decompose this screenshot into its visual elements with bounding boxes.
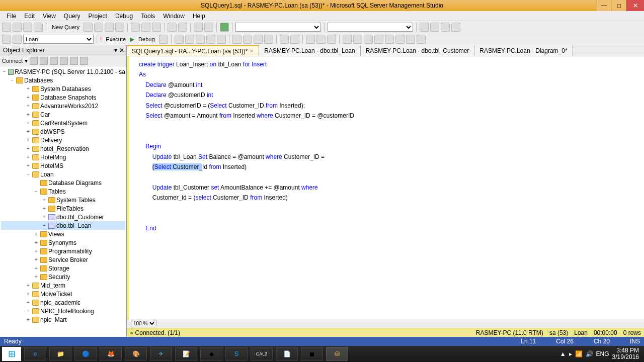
tb-sql-15[interactable] <box>406 35 415 44</box>
config-select[interactable] <box>328 23 413 32</box>
oe-btn-2[interactable] <box>40 57 48 65</box>
parse-icon[interactable] <box>175 35 184 44</box>
tree-server[interactable]: − RASMEY-PC (SQL Server 11.0.2100 - sa <box>1 67 125 76</box>
system-tray[interactable]: ▲ ▸ 📶 🔊 ENG 3:48 PM 3/19/2016 <box>560 347 642 360</box>
tb-sql-16[interactable] <box>417 35 426 44</box>
editor-tab[interactable]: RASMEY-PC.Loan - dbo.tbl_Loan <box>259 45 360 56</box>
tree-item[interactable]: +Security <box>1 273 125 281</box>
cut-icon[interactable] <box>131 23 140 32</box>
menu-window[interactable]: Window <box>159 12 189 21</box>
tree-item[interactable]: +CarRentalSystem <box>1 119 125 127</box>
tree-item[interactable]: +dbWSPS <box>1 127 125 136</box>
tree-item[interactable]: +Delivery <box>1 136 125 144</box>
taskbar-notepad-icon[interactable]: 📝 <box>175 347 197 361</box>
tree-item[interactable]: Database Diagrams <box>1 178 125 187</box>
tree-item[interactable]: +dbo.tbl_Loan <box>1 221 125 230</box>
add-icon[interactable] <box>23 23 32 32</box>
indent-icon[interactable] <box>306 35 315 44</box>
oe-btn-1[interactable] <box>30 57 38 65</box>
taskbar-ie-icon[interactable]: e <box>24 347 46 361</box>
tb-btn-nav2[interactable] <box>204 23 213 32</box>
tb-sql-14[interactable] <box>395 35 405 44</box>
tree-item[interactable]: +FileTables <box>1 204 125 213</box>
tree-item[interactable]: +Service Broker <box>1 255 125 264</box>
connect-label[interactable]: Connect <box>2 58 23 64</box>
debug-button[interactable]: Debug <box>136 36 157 42</box>
tb-btn-x3[interactable] <box>441 23 450 32</box>
tree-item[interactable]: −Loan <box>1 170 125 178</box>
taskbar-app-icon[interactable]: 🎨 <box>125 347 147 361</box>
menu-edit[interactable]: Edit <box>20 12 39 21</box>
open-icon[interactable] <box>13 23 22 32</box>
undo-icon[interactable] <box>168 23 177 32</box>
tb-sql-8[interactable] <box>327 35 336 44</box>
tb-btn-4[interactable] <box>115 23 124 32</box>
close-button[interactable]: ✕ <box>626 0 644 11</box>
menu-query[interactable]: Query <box>60 12 85 21</box>
pin-icon[interactable]: ▾ <box>114 47 117 54</box>
tray-clock[interactable]: 3:48 PM 3/19/2016 <box>612 347 642 360</box>
taskbar-firefox-icon[interactable]: 🦊 <box>100 347 122 361</box>
tree-item[interactable]: +dbo.tbl_Customer <box>1 213 125 221</box>
menu-help[interactable]: Help <box>189 12 209 21</box>
tb-btn-nav1[interactable] <box>194 23 203 32</box>
object-tree[interactable]: − RASMEY-PC (SQL Server 11.0.2100 - sa −… <box>0 66 126 337</box>
execute-button[interactable]: Execute <box>103 36 128 42</box>
start-button[interactable]: ⊞ <box>2 347 21 361</box>
tree-item[interactable]: +Synonyms <box>1 238 125 247</box>
new-query-button[interactable]: New Query <box>49 24 82 30</box>
save-icon[interactable] <box>34 23 43 32</box>
tree-databases[interactable]: − Databases <box>1 76 125 84</box>
zoom-select[interactable]: 100 % <box>131 320 156 327</box>
tray-lang[interactable]: ENG <box>596 350 609 357</box>
tb-sql-1[interactable] <box>196 35 205 44</box>
oe-btn-5[interactable] <box>70 57 78 65</box>
oe-btn-6[interactable] <box>80 57 88 65</box>
plan-icon[interactable] <box>185 35 194 44</box>
connect-icon[interactable] <box>2 35 11 44</box>
comment-icon[interactable] <box>280 35 289 44</box>
menu-project[interactable]: Project <box>85 12 111 21</box>
tree-item[interactable]: +hotel_Reservation <box>1 144 125 153</box>
tree-item[interactable]: +NPIC_HotelBooking <box>1 307 125 315</box>
taskbar-explorer-icon[interactable]: 📁 <box>49 347 71 361</box>
tree-item[interactable]: +System Databases <box>1 84 125 93</box>
tb-sql-3[interactable] <box>217 35 226 44</box>
tb-sql-7[interactable] <box>264 35 273 44</box>
tb-btn-1[interactable] <box>84 23 93 32</box>
minimize-button[interactable]: — <box>596 0 611 11</box>
tree-item[interactable]: +AdvantureWorks2012 <box>1 102 125 110</box>
tree-item[interactable]: +npic_Mart <box>1 315 125 324</box>
stop-icon[interactable] <box>159 35 168 44</box>
tree-item[interactable]: +HotelMS <box>1 161 125 170</box>
tree-item[interactable]: +HotelMng <box>1 153 125 161</box>
uncomment-icon[interactable] <box>290 35 299 44</box>
tb-btn-3[interactable] <box>105 23 114 32</box>
menu-view[interactable]: View <box>39 12 60 21</box>
oe-btn-3[interactable] <box>50 57 58 65</box>
redo-icon[interactable] <box>178 23 187 32</box>
taskbar-telegram-icon[interactable]: ✈ <box>150 347 172 361</box>
tb-sql-12[interactable] <box>374 35 383 44</box>
tb-sql-11[interactable] <box>364 35 373 44</box>
tb-sql-10[interactable] <box>353 35 362 44</box>
panel-close-icon[interactable]: ✕ <box>119 47 124 54</box>
tb-sql-13[interactable] <box>385 35 394 44</box>
tree-item[interactable]: +Storage <box>1 264 125 273</box>
new-project-icon[interactable] <box>2 23 11 32</box>
tb-sql-5[interactable] <box>243 35 252 44</box>
tb-btn-x2[interactable] <box>430 23 439 32</box>
code-editor[interactable]: create trigger Loan_Insert on tbl_Loan f… <box>127 56 644 319</box>
tree-item[interactable]: +npic_academic <box>1 298 125 307</box>
menu-tools[interactable]: Tools <box>137 12 159 21</box>
tb-sql-2[interactable] <box>206 35 215 44</box>
menu-debug[interactable]: Debug <box>111 12 137 21</box>
taskbar-app4-icon[interactable]: ◼ <box>301 347 323 361</box>
editor-tab[interactable]: RASMEY-PC.Loan - Diagram_0* <box>474 45 573 56</box>
taskbar-app3-icon[interactable]: 📄 <box>276 347 298 361</box>
editor-tab[interactable]: RASMEY-PC.Loan - dbo.tbl_Customer <box>361 45 475 56</box>
tray-up-icon[interactable]: ▲ <box>560 350 566 357</box>
tree-item[interactable]: +Database Snapshots <box>1 93 125 102</box>
tree-item[interactable]: +MoiveTicket <box>1 290 125 298</box>
tb-btn-x1[interactable] <box>420 23 429 32</box>
